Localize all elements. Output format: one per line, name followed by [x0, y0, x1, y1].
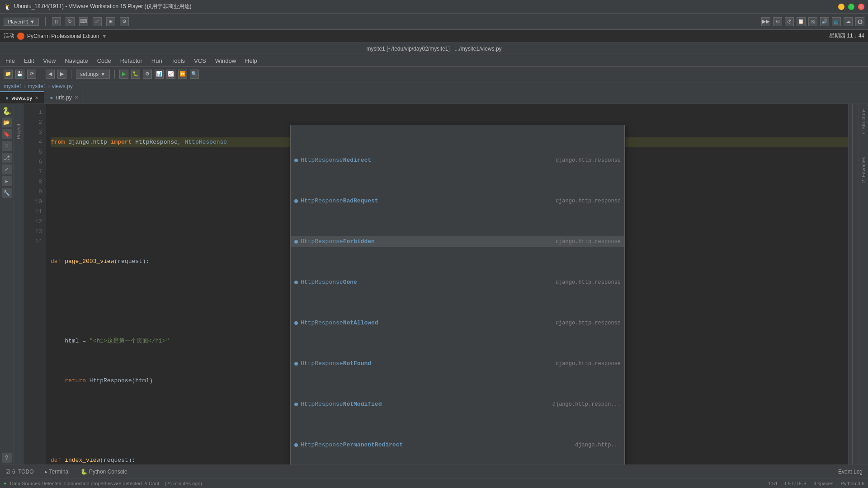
urls-py-close[interactable]: ✕: [75, 95, 78, 100]
menu-file[interactable]: File: [4, 56, 17, 65]
restart-icon[interactable]: ↻: [66, 17, 75, 26]
forward-icon[interactable]: ▶: [57, 70, 66, 79]
terminal-icon[interactable]: ▸: [2, 176, 12, 186]
concurrency-icon[interactable]: ⏩: [178, 70, 187, 79]
event-log-btn[interactable]: Event Log: [836, 468, 864, 476]
bookmark-icon[interactable]: 🔖: [2, 129, 12, 139]
python-console-label: Python Console: [89, 469, 127, 475]
minimize-button[interactable]: ─: [838, 4, 844, 10]
menu-run[interactable]: Run: [150, 56, 164, 65]
coverage-icon[interactable]: 📊: [155, 70, 164, 79]
param-request2: request: [104, 455, 128, 465]
ac-item-gone[interactable]: HttpResponseGone django.http.response: [291, 277, 624, 288]
unity-icon[interactable]: ⊞: [106, 17, 115, 26]
vm-icon4[interactable]: 📋: [797, 17, 806, 26]
menu-view[interactable]: View: [41, 56, 57, 65]
todo-icon: ☑: [5, 469, 10, 475]
views-py-icon: ●: [5, 95, 9, 101]
settings-dropdown[interactable]: settings ▼: [76, 70, 110, 79]
vm-icon1[interactable]: ▶▶: [761, 17, 770, 26]
breadcrumb-file[interactable]: views.py: [52, 83, 73, 89]
menu-vcs[interactable]: VCS: [192, 56, 208, 65]
ctrl-alt-del-icon[interactable]: ⌨: [79, 17, 88, 26]
vm-icon6[interactable]: 🔊: [820, 17, 829, 26]
language: Python 3.6: [840, 481, 864, 486]
menu-navigate[interactable]: Navigate: [63, 56, 90, 65]
ac-dot-2: [294, 199, 298, 203]
menu-tools[interactable]: Tools: [170, 56, 187, 65]
settings-icon[interactable]: ⚙: [120, 17, 129, 26]
debug-icon[interactable]: 🐛: [131, 70, 140, 79]
back-icon[interactable]: ◀: [46, 70, 55, 79]
open-folder-icon[interactable]: 📁: [4, 70, 13, 79]
menu-help[interactable]: Help: [243, 56, 259, 65]
breadcrumb-root[interactable]: mysite1: [4, 83, 22, 89]
synchronize-icon[interactable]: ⟳: [27, 70, 36, 79]
divider2: [71, 70, 71, 79]
pycharm-menu: File Edit View Navigate Code Refactor Ru…: [0, 55, 868, 67]
bottom-panel: ☑ 6: TODO ▸ Terminal 🐍 Python Console Ev…: [0, 465, 868, 478]
ac-item-notallowed[interactable]: HttpResponseNotAllowed django.http.respo…: [291, 318, 624, 328]
save-icon[interactable]: 💾: [15, 70, 24, 79]
todo-label: 6: TODO: [12, 469, 34, 475]
maximize-button[interactable]: □: [848, 4, 854, 10]
terminal-icon-bottom: ▸: [45, 469, 47, 475]
activities-icon[interactable]: 活动: [4, 32, 14, 40]
ac-item-permanentredirect[interactable]: HttpResponsePermanentRedirect django.htt…: [291, 440, 624, 450]
vm-icon2[interactable]: ⊙: [773, 17, 782, 26]
urls-py-label: urls.py: [56, 94, 72, 101]
structure-tab-label[interactable]: 7: Structure: [860, 108, 867, 137]
ac-item-forbidden[interactable]: HttpResponseForbidden django.http.respon…: [291, 236, 624, 247]
vm-power-icon[interactable]: ⏻: [855, 17, 864, 26]
player-menu-button[interactable]: Player(P) ▼: [4, 18, 39, 26]
profile-icon[interactable]: 📈: [166, 70, 175, 79]
pycharm-window: mysite1 [~/tedu/vip/day02/mysite1] - ...…: [0, 42, 868, 488]
ac-item-notfound[interactable]: HttpResponseNotFound django.http.respons…: [291, 358, 624, 369]
todo-tab[interactable]: ☑ 6: TODO: [4, 468, 36, 476]
ac-name-7: HttpResponseNotModified: [301, 399, 382, 409]
vm-icon3[interactable]: ⏱: [785, 17, 794, 26]
help-icon[interactable]: ?: [2, 453, 12, 463]
ac-item-notmodified[interactable]: HttpResponseNotModified django.http.resp…: [291, 399, 624, 410]
pause-icon[interactable]: ⏸: [52, 17, 61, 26]
line-num-11: 11: [24, 207, 46, 217]
titlebar-controls[interactable]: ─ □ ✕: [838, 4, 864, 10]
favorites-tab-label[interactable]: 2: Favorites: [860, 155, 867, 184]
status-bar-right: 1:51 LF UTF-8 4 spaces Python 3.6: [768, 481, 864, 486]
menu-edit[interactable]: Edit: [22, 56, 36, 65]
views-py-close[interactable]: ✕: [35, 95, 38, 100]
ac-source-5: django.http.response: [556, 318, 621, 328]
divider1: [41, 70, 41, 79]
ac-dot-8: [294, 443, 298, 447]
python-console-tab[interactable]: 🐍 Python Console: [79, 468, 129, 476]
tools-icon[interactable]: 🔧: [2, 188, 12, 198]
project-icon[interactable]: 📂: [2, 117, 12, 127]
close-button[interactable]: ✕: [858, 4, 864, 10]
menu-refactor[interactable]: Refactor: [118, 56, 144, 65]
menu-code[interactable]: Code: [95, 56, 113, 65]
structure-icon[interactable]: ≡: [2, 141, 12, 151]
ac-item-badrequest[interactable]: HttpResponseBadRequest django.http.respo…: [291, 196, 624, 206]
todo-icon[interactable]: ✓: [2, 164, 12, 174]
git-icon[interactable]: ⎇: [2, 153, 12, 163]
vm-icon5[interactable]: ⎘: [808, 17, 817, 26]
project-tab-label[interactable]: Project: [15, 122, 22, 141]
code-content[interactable]: from django.http import HttpResponse, Ht…: [46, 104, 848, 465]
fullscreen-icon[interactable]: ⤢: [93, 17, 102, 26]
tab-urls-py[interactable]: ● urls.py ✕: [44, 91, 84, 103]
ac-dot-1: [294, 159, 298, 162]
tab-views-py[interactable]: ● views.py ✕: [0, 91, 44, 103]
terminal-tab[interactable]: ▸ Terminal: [43, 468, 71, 476]
vm-icon7[interactable]: 📺: [832, 17, 841, 26]
breadcrumb-module[interactable]: mysite1: [28, 83, 46, 89]
pycharm-logo-icon: 🐍: [2, 106, 12, 116]
search-everywhere-icon[interactable]: 🔍: [190, 70, 199, 79]
pycharm-title: mysite1 [~/tedu/vip/day02/mysite1] - ...…: [366, 46, 501, 52]
ac-item-redirect[interactable]: HttpResponseRedirect django.http.respons…: [291, 155, 624, 166]
run-icon[interactable]: ▶: [119, 70, 128, 79]
line-numbers: 1 2 3 4 5 6 7 8 9 10 11 12 13 14: [24, 104, 46, 465]
run-config-icon[interactable]: ⚙: [143, 70, 152, 79]
pycharm-app-label[interactable]: PyCharm Professional Edition: [27, 33, 99, 39]
vm-icon8[interactable]: ☁: [844, 17, 853, 26]
menu-window[interactable]: Window: [213, 56, 238, 65]
